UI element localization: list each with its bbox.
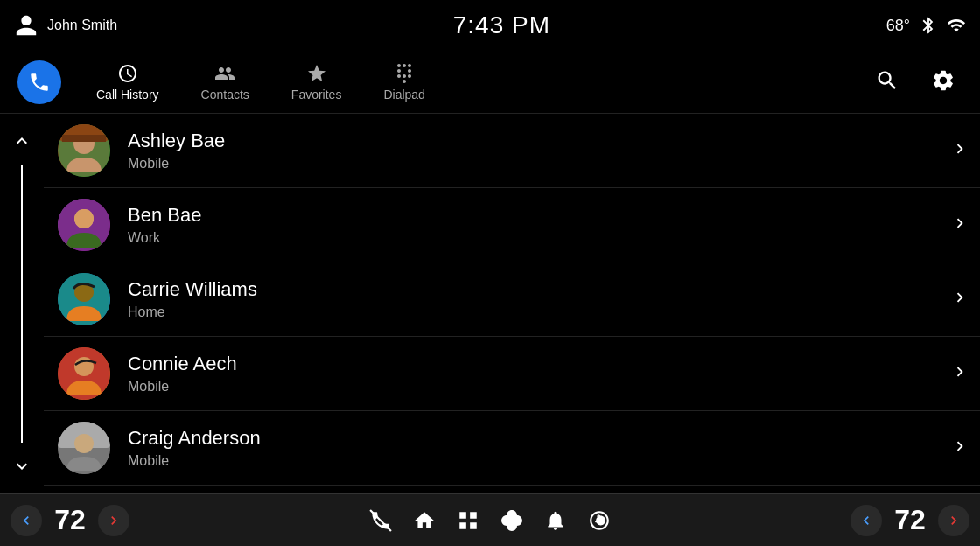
svg-point-15 [510, 518, 514, 522]
status-time: 7:43 PM [453, 11, 550, 39]
divider [927, 188, 928, 262]
call-info: Ashley Bae Mobile [128, 130, 966, 172]
tab-call-history-label: Call History [96, 88, 159, 102]
divider [927, 262, 928, 336]
call-list: Ashley Bae Mobile Ben Bae Work [44, 114, 980, 494]
svg-point-6 [74, 209, 94, 228]
contact-name: Ben Bae [128, 204, 966, 227]
list-item[interactable]: Carrie Williams Home [44, 262, 980, 337]
tab-dialpad[interactable]: Dialpad [362, 56, 445, 108]
search-icon [875, 68, 900, 93]
tab-favorites-label: Favorites [291, 88, 342, 102]
list-item[interactable]: Ashley Bae Mobile [44, 114, 980, 188]
people-icon [214, 63, 235, 84]
svg-rect-3 [62, 135, 106, 142]
status-bar: John Smith 7:43 PM 68° [0, 0, 980, 51]
avatar [58, 347, 110, 400]
contact-type: Work [128, 230, 966, 246]
dialpad-icon [394, 63, 415, 84]
status-left: John Smith [14, 13, 117, 38]
chevron-right-icon [950, 362, 970, 385]
temperature-display: 68° [886, 17, 910, 35]
svg-point-13 [74, 434, 94, 453]
contact-type: Mobile [128, 379, 966, 395]
phone-icon [28, 71, 51, 94]
contact-name: Connie Aech [128, 353, 966, 375]
avatar [58, 199, 110, 251]
divider [927, 114, 928, 187]
home-icon [413, 509, 436, 532]
user-icon [14, 13, 38, 38]
contact-type: Mobile [128, 453, 966, 469]
nav-tabs: Call History Contacts Favorites Dialpad [75, 56, 868, 108]
star-icon [306, 63, 327, 84]
chevron-right-icon [950, 139, 970, 162]
chevron-left-icon [18, 512, 35, 529]
contact-name: Ashley Bae [128, 130, 966, 152]
temp-decrease-left-button[interactable] [10, 505, 42, 536]
main-content: Ashley Bae Mobile Ben Bae Work [0, 114, 980, 494]
chevron-right-icon-right [945, 512, 962, 529]
chevron-right-icon [105, 512, 122, 529]
bell-icon [544, 509, 567, 532]
call-info: Ben Bae Work [128, 204, 966, 246]
nav-actions [868, 61, 962, 103]
clock-icon [117, 63, 138, 84]
settings-button[interactable] [924, 61, 962, 103]
notification-button[interactable] [544, 509, 567, 532]
bottom-bar: 72 [0, 494, 980, 546]
gear-icon [931, 68, 956, 93]
list-item[interactable]: Craig Anderson Mobile [44, 411, 980, 486]
grid-button[interactable] [457, 509, 480, 532]
scroll-up-button[interactable] [9, 128, 35, 154]
contact-type: Mobile [128, 156, 966, 172]
avatar [58, 422, 110, 474]
temp-decrease-right-button[interactable] [850, 505, 882, 536]
tab-contacts[interactable]: Contacts [180, 56, 270, 108]
scroll-track [21, 164, 23, 443]
call-info: Carrie Williams Home [128, 278, 966, 320]
chevron-down-icon [11, 456, 32, 477]
contact-name: Carrie Williams [128, 278, 966, 301]
heated-seat-button[interactable] [588, 509, 611, 532]
chevron-right-icon [950, 214, 970, 236]
bluetooth-icon [919, 16, 938, 35]
temp-increase-right-button[interactable] [938, 505, 970, 536]
list-item[interactable]: Connie Aech Mobile [44, 337, 980, 411]
chevron-right-icon [950, 437, 970, 459]
chevron-left-icon-right [858, 512, 875, 529]
home-button[interactable] [413, 509, 436, 532]
grid-icon [457, 509, 480, 532]
status-right: 68° [886, 16, 966, 35]
svg-point-10 [74, 357, 94, 376]
tab-call-history[interactable]: Call History [75, 56, 180, 108]
fan-button[interactable] [500, 509, 523, 532]
temp-control-left: 72 [10, 504, 130, 536]
tab-favorites[interactable]: Favorites [270, 56, 363, 108]
temp-left-value: 72 [49, 504, 91, 536]
divider [927, 337, 928, 410]
contact-type: Home [128, 304, 966, 320]
scroll-controls [0, 114, 44, 494]
divider [927, 411, 928, 485]
svg-line-14 [370, 510, 391, 531]
nav-bar: Call History Contacts Favorites Dialpad [0, 51, 980, 114]
heated-seat-icon [588, 509, 611, 532]
call-info: Connie Aech Mobile [128, 353, 966, 395]
chevron-up-icon [11, 130, 32, 151]
temp-increase-left-button[interactable] [98, 505, 130, 536]
signal-icon [947, 16, 966, 35]
bottom-icons [369, 509, 611, 532]
tab-dialpad-label: Dialpad [383, 88, 424, 102]
contact-name: Craig Anderson [128, 427, 966, 450]
temp-control-right: 72 [850, 504, 970, 536]
scroll-down-button[interactable] [9, 453, 35, 480]
search-button[interactable] [868, 61, 906, 103]
fan-icon [500, 509, 523, 532]
phone-mute-button[interactable] [369, 509, 392, 532]
phone-mute-icon [369, 509, 392, 532]
call-info: Craig Anderson Mobile [128, 427, 966, 469]
phone-button[interactable] [18, 60, 61, 104]
chevron-right-icon [950, 288, 970, 311]
list-item[interactable]: Ben Bae Work [44, 188, 980, 262]
